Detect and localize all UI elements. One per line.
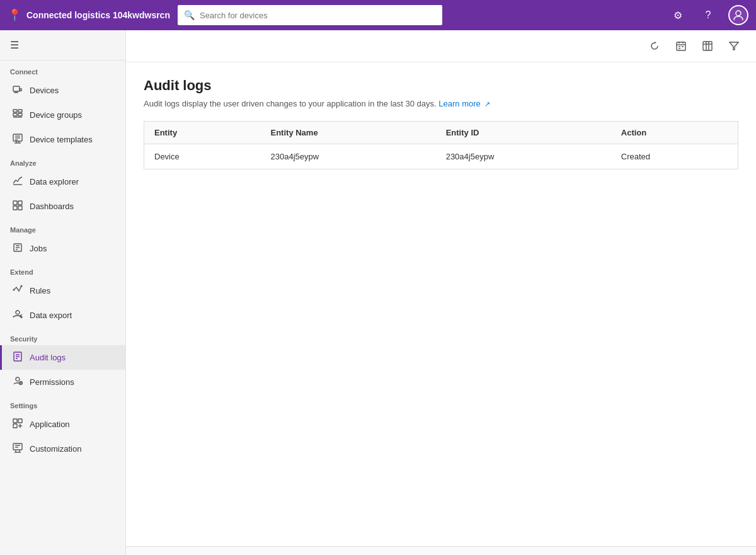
- topbar: 📍 Connected logistics 104kwdwsrcn 🔍 ⚙ ?: [0, 0, 756, 30]
- cell-entity: Device: [144, 144, 261, 169]
- audit-logs-table: Entity Entity Name Entity ID Action Devi…: [144, 121, 738, 169]
- sidebar-item-permissions-label: Permissions: [30, 377, 74, 387]
- search-input[interactable]: [200, 11, 436, 20]
- svg-point-28: [16, 311, 20, 314]
- main-content-area: Audit logs Audit logs display the user d…: [126, 30, 756, 555]
- cell-entity_name: 230a4j5eypw: [261, 144, 436, 169]
- cell-entity_id: 230a4j5eypw: [436, 144, 611, 169]
- sidebar-item-data-explorer[interactable]: Data explorer: [0, 169, 125, 194]
- section-analyze: Analyze: [0, 152, 125, 169]
- page-content: Audit logs Audit logs display the user d…: [126, 62, 756, 546]
- device-templates-icon: [12, 134, 23, 146]
- settings-icon[interactable]: ⚙: [668, 5, 688, 25]
- svg-point-26: [21, 285, 23, 287]
- permissions-icon: [12, 376, 23, 388]
- svg-point-27: [13, 289, 15, 291]
- svg-rect-7: [13, 113, 17, 116]
- hamburger-button[interactable]: ☰: [0, 30, 125, 60]
- page-title: Audit logs: [144, 77, 738, 94]
- sidebar-item-audit-logs-label: Audit logs: [30, 353, 66, 362]
- section-extend: Extend: [0, 261, 125, 278]
- section-settings: Settings: [0, 394, 125, 412]
- search-bar[interactable]: 🔍: [178, 5, 442, 25]
- data-explorer-icon: [12, 176, 23, 188]
- topbar-logo: 📍 Connected logistics 104kwdwsrcn: [8, 8, 170, 22]
- svg-rect-5: [13, 110, 17, 112]
- svg-rect-39: [13, 419, 17, 423]
- location-pin-icon: 📍: [8, 8, 21, 22]
- dashboards-icon: [12, 200, 23, 212]
- sidebar-item-device-groups[interactable]: Device groups: [0, 103, 125, 127]
- sidebar-item-data-export-label: Data export: [30, 311, 72, 320]
- sidebar-item-device-groups-label: Device groups: [30, 110, 82, 120]
- sidebar-item-audit-logs[interactable]: Audit logs: [0, 345, 125, 370]
- svg-rect-57: [703, 42, 712, 50]
- sidebar-item-application[interactable]: Application: [0, 412, 125, 437]
- avatar[interactable]: [728, 5, 748, 25]
- search-icon: 🔍: [184, 10, 195, 20]
- help-icon[interactable]: ?: [698, 5, 718, 25]
- sidebar-item-devices-label: Devices: [30, 86, 59, 95]
- sidebar-item-jobs-label: Jobs: [30, 244, 47, 253]
- filter-button[interactable]: [724, 37, 743, 55]
- sidebar-item-permissions[interactable]: Permissions: [0, 370, 125, 394]
- application-icon: [12, 418, 23, 430]
- audit-logs-icon: [12, 352, 23, 363]
- svg-rect-18: [13, 201, 17, 205]
- sidebar-item-data-explorer-label: Data explorer: [30, 177, 79, 186]
- section-manage: Manage: [0, 219, 125, 236]
- scrollbar-area[interactable]: [126, 546, 756, 555]
- main-toolbar: [126, 30, 756, 62]
- svg-rect-40: [18, 419, 22, 423]
- svg-point-35: [16, 377, 20, 381]
- col-header-entity-id: Entity ID: [436, 122, 611, 144]
- svg-point-0: [736, 11, 741, 16]
- cell-action: Created: [611, 144, 738, 169]
- refresh-button[interactable]: [645, 37, 664, 55]
- device-groups-icon: [12, 109, 23, 121]
- jobs-icon: [12, 243, 23, 255]
- external-link-icon: ↗: [484, 100, 490, 108]
- sidebar-item-rules-label: Rules: [30, 286, 50, 295]
- table-header-row: Entity Entity Name Entity ID Action: [144, 122, 738, 144]
- section-connect: Connect: [0, 60, 125, 78]
- col-header-entity-name: Entity Name: [261, 122, 436, 144]
- customization-icon: [12, 443, 23, 455]
- sidebar-item-jobs[interactable]: Jobs: [0, 236, 125, 261]
- audit-table-body: Device230a4j5eypw230a4j5eypwCreated: [144, 144, 738, 169]
- layout: ☰ Connect Devices: [0, 30, 756, 555]
- section-security: Security: [0, 328, 125, 345]
- svg-rect-8: [18, 113, 22, 116]
- devices-icon: [12, 84, 23, 96]
- sidebar-item-data-export[interactable]: Data export: [0, 303, 125, 328]
- table-row: Device230a4j5eypw230a4j5eypwCreated: [144, 144, 738, 169]
- data-export-icon: [12, 309, 23, 321]
- sidebar-item-dashboards-label: Dashboards: [30, 202, 74, 211]
- col-header-action: Action: [611, 122, 738, 144]
- sidebar-item-customization-label: Customization: [30, 444, 81, 454]
- svg-rect-50: [677, 42, 685, 50]
- col-header-entity: Entity: [144, 122, 261, 144]
- calendar-button[interactable]: [672, 37, 690, 55]
- svg-rect-1: [13, 86, 20, 91]
- svg-rect-19: [18, 201, 22, 205]
- svg-rect-44: [13, 443, 22, 450]
- svg-rect-20: [13, 206, 17, 210]
- sidebar-item-device-templates[interactable]: Device templates: [0, 127, 125, 152]
- learn-more-link[interactable]: Learn more ↗: [438, 99, 490, 108]
- sidebar-item-application-label: Application: [30, 420, 70, 429]
- sidebar-item-devices[interactable]: Devices: [0, 78, 125, 103]
- sidebar-item-rules[interactable]: Rules: [0, 278, 125, 303]
- columns-button[interactable]: [698, 37, 717, 55]
- sidebar-item-customization[interactable]: Customization: [0, 437, 125, 461]
- page-description: Audit logs display the user driven chang…: [144, 99, 738, 108]
- rules-icon: [12, 285, 23, 297]
- svg-rect-21: [18, 206, 22, 210]
- app-title: Connected logistics 104kwdwsrcn: [26, 10, 170, 20]
- topbar-right: ⚙ ?: [668, 5, 748, 25]
- svg-rect-41: [13, 424, 17, 428]
- sidebar-item-device-templates-label: Device templates: [30, 135, 93, 144]
- svg-rect-6: [18, 110, 22, 112]
- sidebar: ☰ Connect Devices: [0, 30, 126, 555]
- sidebar-item-dashboards[interactable]: Dashboards: [0, 194, 125, 219]
